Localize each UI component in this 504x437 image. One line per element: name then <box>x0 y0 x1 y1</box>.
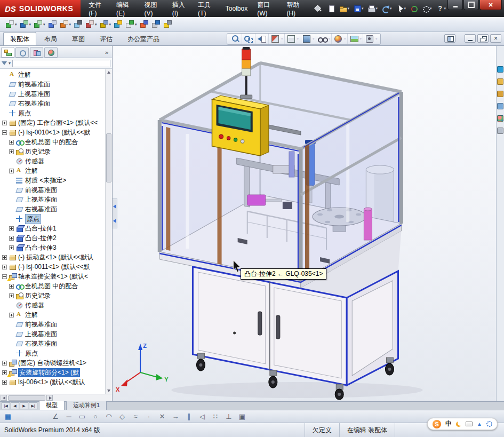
dropdown-arrow-icon[interactable]: ▾ <box>95 22 97 27</box>
linear-sketch-pattern-button[interactable]: ∷ <box>211 412 220 420</box>
tree-item[interactable]: 历史记录 <box>0 147 105 156</box>
door-handle[interactable] <box>258 312 262 335</box>
new-document-button[interactable] <box>326 4 337 13</box>
linear-component-pattern-button[interactable]: ▾ <box>33 19 46 30</box>
insert-components-button[interactable]: ▾ <box>4 19 18 30</box>
mate-button[interactable]: ▾ <box>19 19 33 30</box>
mirror-entities-button[interactable]: ◁ <box>197 412 207 420</box>
view-settings-button[interactable]: ▾ <box>363 34 379 44</box>
minimize-button[interactable] <box>447 0 463 10</box>
ime-up-arrow-icon[interactable]: ▲ <box>477 421 482 427</box>
custom-properties-icon[interactable] <box>497 128 503 134</box>
offset-entities-button[interactable]: ∥ <box>184 412 194 420</box>
hide-show-items-button[interactable]: ▾ <box>316 34 332 44</box>
maximize-button[interactable] <box>463 0 479 10</box>
tree-scrollbar-vertical[interactable] <box>105 69 112 394</box>
expand-icon[interactable] <box>9 313 14 317</box>
next-tab-button[interactable]: ▶ <box>20 402 28 409</box>
appearances-icon[interactable] <box>497 115 503 122</box>
expand-icon[interactable] <box>2 370 7 375</box>
filter-icon[interactable] <box>2 61 7 65</box>
display-relations-button[interactable]: ⊥ <box>224 412 234 420</box>
help-button[interactable]: ▾ <box>434 4 447 13</box>
dropdown-arrow-icon[interactable]: ▾ <box>347 6 349 11</box>
dropdown-arrow-icon[interactable]: ▾ <box>109 22 111 27</box>
scroll-left-button[interactable] <box>1 395 7 401</box>
tree-item[interactable]: 全机总图 中的配合 <box>0 137 105 147</box>
tab-motion-study-1[interactable]: 运动算例1 <box>66 400 107 410</box>
last-tab-button[interactable]: ▶| <box>29 402 37 409</box>
view-palette-icon[interactable] <box>497 103 503 109</box>
dropdown-arrow-icon[interactable]: ▾ <box>362 6 364 11</box>
tree-item[interactable]: 安装旋转部分<1> (默 <box>0 368 105 377</box>
convert-entities-button[interactable]: → <box>171 412 180 420</box>
door-handle[interactable] <box>276 315 280 339</box>
menu-item[interactable]: 工具(T) <box>193 0 221 17</box>
ime-fullwidth-icon[interactable] <box>456 422 461 427</box>
dropdown-arrow-icon[interactable]: ▾ <box>375 37 378 41</box>
display-manager-tab[interactable] <box>44 47 58 58</box>
tree-item[interactable]: 原点 <box>0 348 105 358</box>
tree-item[interactable]: 轴承连接安装<1> (默认< <box>0 272 105 281</box>
expand-icon[interactable] <box>9 140 14 145</box>
tab-assembly[interactable]: 装配体 <box>3 32 36 45</box>
options-button[interactable]: ▾ <box>420 4 434 13</box>
dropdown-arrow-icon[interactable]: ▾ <box>69 22 71 27</box>
expand-icon[interactable] <box>2 121 7 125</box>
featuremanager-tree-tab[interactable] <box>1 47 14 58</box>
close-button[interactable] <box>479 0 502 10</box>
expand-icon[interactable] <box>2 380 7 385</box>
bill-of-materials-button[interactable]: ▾ <box>124 19 138 30</box>
tree-item[interactable]: 上视基准面 <box>0 89 105 99</box>
tree-item[interactable]: 右视基准面 <box>0 204 105 214</box>
ime-settings-icon[interactable] <box>486 421 492 427</box>
edit-appearance-button[interactable]: ▾ <box>332 34 348 44</box>
expand-icon[interactable] <box>9 284 14 289</box>
first-tab-button[interactable]: |◀ <box>2 402 10 409</box>
collapse-icon[interactable] <box>2 130 7 135</box>
zoom-to-fit-button[interactable] <box>229 34 242 44</box>
dropdown-arrow-icon[interactable]: ▾ <box>430 6 432 11</box>
menu-item[interactable]: 窗口(W) <box>252 0 282 17</box>
filter-field[interactable] <box>12 60 110 67</box>
tree-item[interactable]: (固定) 工作台面<1> (默认<< <box>0 118 105 128</box>
rectangle-button[interactable]: ▭ <box>77 412 87 420</box>
restore-document-button[interactable] <box>477 34 489 43</box>
design-library-icon[interactable] <box>497 78 503 85</box>
graphics-area[interactable]: Z X Y 凸台-拉伸2 ← GLQ-035<1> <box>113 46 496 401</box>
dropdown-arrow-icon[interactable]: ▾ <box>281 37 283 41</box>
smart-dimension-button[interactable]: ∠ <box>51 412 60 420</box>
tree-item[interactable]: 上视基准面 <box>0 329 105 339</box>
panel-overflow-button[interactable]: » <box>105 49 108 55</box>
viewport-canvas[interactable]: Z X Y <box>113 46 496 401</box>
move-component-button[interactable]: ▾ <box>59 19 73 30</box>
undo-button[interactable]: ▾ <box>380 4 394 13</box>
tree-item[interactable]: (-) lsj-0011<1> (默认<<默 <box>0 262 105 272</box>
tree-item[interactable]: 右视基准面 <box>0 99 105 108</box>
spotlight-button[interactable] <box>162 19 173 30</box>
scrollbar-thumb[interactable] <box>8 395 45 401</box>
display-style-button[interactable]: ▾ <box>300 34 316 44</box>
spline-button[interactable]: ≈ <box>131 412 140 420</box>
scroll-right-button[interactable] <box>46 395 53 401</box>
ime-keyboard-icon[interactable] <box>466 422 473 426</box>
menu-item[interactable]: 文件(F) <box>84 0 111 17</box>
menu-item[interactable]: Toolbox <box>221 0 252 17</box>
open-button[interactable]: ▾ <box>338 4 351 13</box>
section-view-button[interactable]: ▾ <box>269 34 285 44</box>
tree-item[interactable]: 原点 <box>0 108 105 118</box>
print-button[interactable]: ▾ <box>366 4 379 13</box>
point-button[interactable]: ∙ <box>144 412 154 420</box>
dropdown-arrow-icon[interactable]: ▾ <box>135 22 137 27</box>
tree-item[interactable]: 全机总图 中的配合 <box>0 281 105 291</box>
dropdown-arrow-icon[interactable]: ▾ <box>344 37 346 41</box>
tree-item[interactable]: 注解 <box>0 70 105 80</box>
tree-item[interactable]: 传感器 <box>0 300 105 310</box>
expand-icon[interactable] <box>9 226 14 231</box>
dropdown-arrow-icon[interactable]: ▾ <box>43 22 45 27</box>
expand-icon[interactable] <box>2 361 7 366</box>
collapse-icon[interactable] <box>2 274 7 279</box>
tree-item[interactable]: (-) lsj-0010<1> (默认<<默 <box>0 128 105 137</box>
expand-icon[interactable] <box>9 169 14 173</box>
tree-item[interactable]: 前视基准面 <box>0 320 105 329</box>
